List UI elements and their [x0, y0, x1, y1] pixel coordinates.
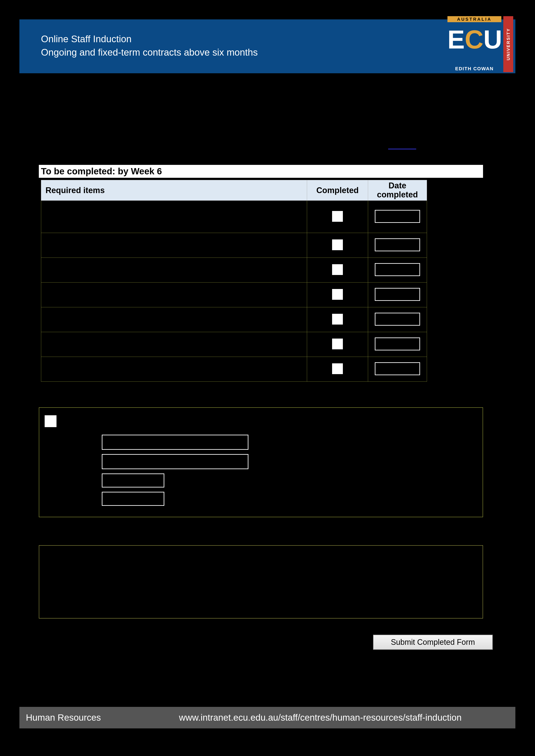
item-cell	[41, 201, 307, 233]
comments-box[interactable]	[39, 545, 483, 618]
logo-ecu-letters: ECU	[447, 22, 501, 65]
completed-cell	[307, 233, 368, 258]
date-input[interactable]	[375, 338, 420, 350]
completed-cell	[307, 258, 368, 283]
item-cell	[41, 307, 307, 332]
item-cell	[41, 233, 307, 258]
table-row	[41, 201, 427, 233]
date-input[interactable]	[375, 313, 420, 326]
date-input[interactable]	[375, 288, 420, 301]
date-cell	[368, 307, 427, 332]
completed-cell	[307, 357, 368, 382]
name-input[interactable]	[102, 435, 248, 450]
table-row	[41, 307, 427, 332]
date-cell	[368, 201, 427, 233]
section-heading: To be completed: by Week 6	[39, 165, 483, 178]
required-items-table: Required items Completed Date completed	[41, 180, 427, 382]
checkbox[interactable]	[332, 211, 343, 222]
ecu-logo: AUSTRALIA ECU EDITH COWAN UNIVERSITY	[442, 16, 513, 76]
date-cell	[368, 233, 427, 258]
submit-button[interactable]: Submit Completed Form	[373, 635, 493, 650]
item-cell	[41, 258, 307, 283]
logo-letter-c: C	[465, 25, 484, 54]
checkbox[interactable]	[332, 264, 343, 275]
completed-cell	[307, 332, 368, 357]
date-cell	[368, 258, 427, 283]
checkbox[interactable]	[332, 314, 343, 325]
page-subtitle: Ongoing and fixed-term contracts above s…	[19, 46, 515, 59]
col-completed: Completed	[307, 180, 368, 201]
completed-cell	[307, 201, 368, 233]
date-cell	[368, 357, 427, 382]
item-cell	[41, 283, 307, 307]
page-title: Online Staff Induction	[19, 19, 515, 46]
footer-left-label: Human Resources	[19, 713, 179, 723]
staff-id-input[interactable]	[102, 473, 164, 487]
date-cell	[368, 283, 427, 307]
completed-cell	[307, 307, 368, 332]
table-row	[41, 357, 427, 382]
col-date-completed: Date completed	[368, 180, 427, 201]
completed-cell	[307, 283, 368, 307]
logo-edith-cowan-label: EDITH COWAN	[447, 65, 501, 72]
table-row	[41, 283, 427, 307]
confirmation-checkbox[interactable]	[44, 415, 56, 427]
footer-bar: Human Resources www.intranet.ecu.edu.au/…	[19, 707, 515, 728]
logo-letter-e: E	[447, 25, 465, 54]
date-input[interactable]	[375, 210, 420, 223]
logo-letter-u: U	[484, 25, 502, 54]
date-input[interactable]	[375, 263, 420, 276]
logo-australia-label: AUSTRALIA	[447, 16, 501, 22]
date-cell	[368, 332, 427, 357]
table-row	[41, 332, 427, 357]
table-row	[41, 258, 427, 283]
body-link[interactable]	[388, 141, 416, 150]
col-required-items: Required items	[41, 180, 307, 201]
position-input[interactable]	[102, 454, 248, 469]
document-page: Online Staff Induction Ongoing and fixed…	[0, 0, 535, 756]
table-header-row: Required items Completed Date completed	[41, 180, 427, 201]
date-input[interactable]	[102, 492, 164, 506]
checkbox[interactable]	[332, 239, 343, 250]
checkbox[interactable]	[332, 289, 343, 300]
checkbox[interactable]	[332, 363, 343, 374]
logo-university-label: UNIVERSITY	[503, 16, 513, 72]
item-cell	[41, 332, 307, 357]
date-input[interactable]	[375, 362, 420, 375]
checkbox[interactable]	[332, 338, 343, 349]
table-row	[41, 233, 427, 258]
date-input[interactable]	[375, 238, 420, 251]
confirmation-section	[39, 407, 483, 517]
header-band: Online Staff Induction Ongoing and fixed…	[19, 19, 515, 73]
item-cell	[41, 357, 307, 382]
footer-url: www.intranet.ecu.edu.au/staff/centres/hu…	[179, 713, 515, 723]
